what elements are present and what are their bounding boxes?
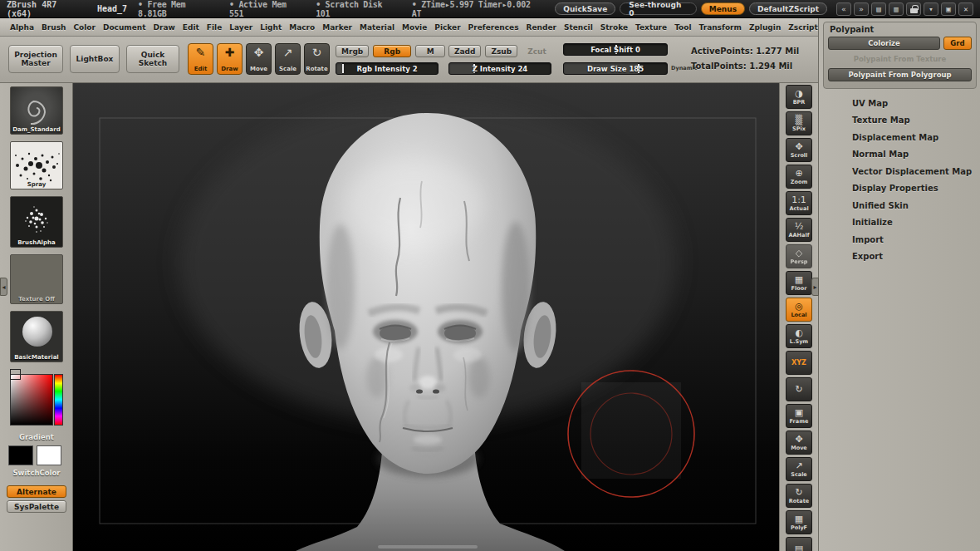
tool-subpalette[interactable]: Unified Skin: [819, 197, 980, 214]
menus-button[interactable]: Menus: [701, 2, 745, 15]
draw-size-slider[interactable]: Draw Size 185: [563, 62, 668, 75]
tool-subpalette[interactable]: UV Map: [819, 95, 980, 112]
mrgb-button[interactable]: Mrgb: [336, 45, 369, 57]
switch-color-button[interactable]: SwitchColor: [0, 469, 73, 477]
lock-button[interactable]: [906, 2, 921, 16]
menu-item[interactable]: File: [207, 23, 222, 32]
bpr-button[interactable]: ◑ BPR: [786, 85, 812, 109]
move-button[interactable]: ✥ Move: [246, 43, 272, 75]
xyz-button[interactable]: XYZ: [786, 351, 812, 375]
current-stroke-thumbnail[interactable]: Spray: [10, 141, 63, 189]
zsub-button[interactable]: Zsub: [485, 45, 517, 57]
zcut-button[interactable]: Zcut: [522, 45, 552, 57]
tool-subpalette[interactable]: Export: [819, 248, 980, 266]
menu-item[interactable]: Layer: [229, 23, 252, 32]
gradient-toggle[interactable]: Gradient: [0, 433, 73, 441]
hue-strip[interactable]: [54, 374, 63, 426]
restore-button[interactable]: ▣: [941, 2, 956, 16]
menu-item[interactable]: Edit: [183, 23, 199, 32]
menu-item[interactable]: Zscript: [788, 23, 818, 32]
viewport-canvas[interactable]: [73, 83, 779, 551]
tool-subpalette[interactable]: Initialize: [819, 214, 980, 232]
see-through-slider[interactable]: See-through 0: [620, 2, 696, 15]
tool-subpalette[interactable]: Normal Map: [819, 146, 980, 164]
zoom-button[interactable]: ⊕ Zoom: [786, 165, 812, 189]
rgb-button[interactable]: Rgb: [373, 45, 411, 57]
left-divider-handle[interactable]: ◂: [0, 278, 7, 296]
rgb-intensity-slider[interactable]: Rgb Intensity 2: [336, 62, 439, 75]
menu-item[interactable]: Render: [527, 23, 556, 32]
menu-item[interactable]: Macro: [289, 23, 315, 32]
tool-subpalette[interactable]: Displacement Map: [819, 129, 980, 146]
alternate-button[interactable]: Alternate: [7, 485, 66, 498]
tool-subpalette[interactable]: Import: [819, 231, 980, 248]
current-material-thumbnail[interactable]: BasicMaterial: [10, 311, 63, 362]
quicksave-button[interactable]: QuickSave: [555, 2, 615, 15]
scale-button[interactable]: ↗ Scale: [275, 43, 301, 75]
persp-button[interactable]: ◇ Persp: [786, 244, 812, 268]
polypaint-from-polygroup-button[interactable]: Polypaint From Polygroup: [828, 68, 972, 81]
rotate-button[interactable]: ↻ Rotate: [304, 43, 330, 75]
menu-item[interactable]: Movie: [402, 23, 427, 32]
spix-button[interactable]: ▒ SPix: [786, 111, 812, 135]
quick-sketch-button[interactable]: Quick Sketch: [126, 45, 179, 73]
menu-item[interactable]: Document: [103, 23, 146, 32]
copy-document-button[interactable]: ▤: [871, 2, 886, 16]
current-color-swatch[interactable]: [10, 369, 21, 380]
close-button[interactable]: ✕: [958, 2, 973, 16]
frame-button[interactable]: ▣ Frame: [786, 404, 812, 428]
document-panel-button[interactable]: ▥: [889, 2, 904, 16]
dock-scroll-right-button[interactable]: »: [854, 2, 869, 16]
menu-item[interactable]: Color: [73, 23, 96, 32]
right-shelf-extra-button[interactable]: ▤: [786, 537, 812, 551]
tool-subpalette[interactable]: Display Properties: [819, 180, 980, 198]
menu-item[interactable]: Marker: [322, 23, 352, 32]
menu-item[interactable]: Alpha: [10, 23, 34, 32]
zadd-button[interactable]: Zadd: [448, 45, 481, 57]
projection-master-button[interactable]: Projection Master: [8, 45, 63, 73]
menu-item[interactable]: Draw: [154, 23, 175, 32]
default-zscript-button[interactable]: DefaultZScript: [749, 2, 827, 15]
menu-item[interactable]: Stroke: [600, 23, 628, 32]
polypaint-title[interactable]: Polypaint: [830, 25, 972, 34]
current-alpha-thumbnail[interactable]: BrushAlpha: [10, 196, 63, 248]
local-button[interactable]: ◎ Local: [786, 298, 812, 322]
edit-button[interactable]: ✎ Edit: [188, 43, 213, 75]
minimize-button[interactable]: ▾: [924, 2, 938, 16]
menu-item[interactable]: Texture: [635, 23, 667, 32]
current-texture-thumbnail[interactable]: Texture Off: [10, 254, 63, 304]
menu-item[interactable]: Light: [260, 23, 282, 32]
z-intensity-slider[interactable]: Z Intensity 24: [448, 62, 551, 75]
turntable-button[interactable]: ↻: [786, 377, 812, 401]
main-color-swatch[interactable]: [8, 445, 33, 465]
right-divider-handle[interactable]: ▸: [811, 278, 819, 296]
menu-item[interactable]: Preferences: [468, 23, 519, 32]
menu-item[interactable]: Transform: [699, 23, 742, 32]
aahalf-button[interactable]: ½ AAHalf: [786, 218, 812, 242]
menu-item[interactable]: Tool: [674, 23, 691, 32]
current-brush-thumbnail[interactable]: Dam_Standard: [10, 86, 63, 135]
colorize-button[interactable]: Colorize: [828, 37, 940, 50]
floor-button[interactable]: ▦ Floor: [786, 271, 812, 295]
dock-scroll-left-button[interactable]: «: [836, 2, 851, 16]
draw-button[interactable]: ✚ Draw: [217, 43, 243, 75]
rotate-view-button[interactable]: ↻ Rotate: [786, 484, 812, 508]
menu-item[interactable]: Stencil: [564, 23, 593, 32]
canvas-scrollbar[interactable]: [378, 545, 478, 549]
saturation-value-square[interactable]: [10, 374, 53, 426]
menu-item[interactable]: Brush: [42, 23, 66, 32]
polyframe-button[interactable]: ▦ PolyF: [786, 510, 812, 534]
actual-button[interactable]: 1:1 Actual: [786, 191, 812, 215]
tool-subpalette[interactable]: Texture Map: [819, 112, 980, 130]
secondary-color-swatch[interactable]: [37, 445, 61, 465]
scroll-button[interactable]: ✥ Scroll: [786, 138, 812, 162]
sys-palette-button[interactable]: SysPalette: [7, 500, 66, 513]
menu-item[interactable]: Material: [360, 23, 394, 32]
menu-item[interactable]: Zplugin: [749, 23, 781, 32]
lsym-button[interactable]: ◐ L.Sym: [786, 324, 812, 348]
focal-shift-slider[interactable]: Focal Shift 0: [563, 43, 668, 56]
menu-item[interactable]: Picker: [434, 23, 460, 32]
m-button[interactable]: M: [415, 45, 445, 57]
lightbox-button[interactable]: LightBox: [70, 45, 120, 73]
tool-subpalette[interactable]: Vector Displacement Map: [819, 163, 980, 180]
